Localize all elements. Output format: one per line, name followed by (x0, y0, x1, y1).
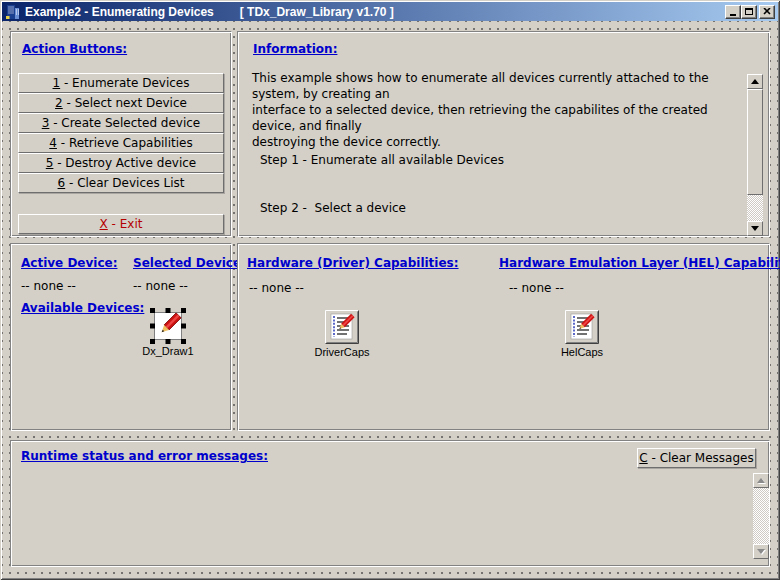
selected-device-value: -- none -- (133, 279, 188, 293)
scroll-up-button-disabled (753, 473, 769, 488)
maximize-icon (745, 8, 753, 15)
accel-key: 4 (49, 136, 57, 150)
scroll-down-button-disabled (753, 544, 769, 559)
select-next-device-button[interactable]: 2 - Select next Device (18, 93, 224, 113)
button-label: - Destroy Active device (53, 156, 196, 170)
app-window: Example2 - Enumerating Devices [ TDx_Dra… (0, 0, 780, 580)
destroy-active-device-button[interactable]: 5 - Destroy Active device (18, 153, 224, 173)
minimize-icon (730, 14, 736, 16)
accel-key: 3 (42, 116, 50, 130)
title-bar[interactable]: Example2 - Enumerating Devices [ TDx_Dra… (2, 2, 778, 21)
scroll-down-button[interactable] (747, 221, 763, 236)
button-label: - Select next Device (63, 96, 187, 110)
runtime-scrollbar (753, 473, 769, 559)
accel-key: 6 (58, 176, 66, 190)
runtime-messages-panel: Runtime status and error messages: C - C… (10, 440, 770, 567)
active-device-value: -- none -- (21, 279, 76, 293)
window-subtitle: [ TDx_Draw_Library v1.70 ] (240, 5, 394, 19)
list-pencil-icon (565, 310, 599, 344)
hel-caps-caption: HelCaps (525, 346, 639, 358)
exit-button[interactable]: X - Exit (18, 214, 224, 234)
selected-device-label: Selected Device: (133, 256, 246, 270)
runtime-messages-area[interactable] (17, 471, 749, 563)
scroll-up-button[interactable] (747, 74, 763, 89)
close-button[interactable] (759, 5, 775, 19)
minimize-button[interactable] (725, 5, 741, 19)
action-buttons-panel: Action Buttons: 1 - Enumerate Devices 2 … (10, 31, 232, 237)
close-icon (763, 8, 771, 15)
available-devices-label: Available Devices: (21, 301, 144, 315)
arrow-up-icon (751, 79, 759, 84)
clear-messages-button[interactable]: C - Clear Messages (637, 448, 756, 468)
window-title: Example2 - Enumerating Devices (25, 5, 214, 19)
active-device-label: Active Device: (21, 256, 117, 270)
app-building-icon[interactable] (5, 4, 21, 20)
component-caption: Dx_Draw1 (138, 345, 198, 357)
step-line: Step 2 - Select a device (260, 200, 769, 216)
information-scrollbar[interactable] (747, 74, 763, 236)
arrow-down-icon (757, 549, 765, 554)
retrieve-capabilities-button[interactable]: 4 - Retrieve Capabilities (18, 133, 224, 153)
button-label: - Create Selected device (49, 116, 200, 130)
maximize-button[interactable] (741, 5, 757, 19)
driver-caps-caption: DriverCaps (285, 346, 399, 358)
driver-caps-component[interactable] (325, 310, 359, 348)
clear-devices-list-button[interactable]: 6 - Clear Devices List (18, 173, 224, 193)
hel-caps-label: Hardware Emulation Layer (HEL) Capabilit… (499, 256, 780, 270)
dx-draw-component[interactable] (150, 308, 186, 348)
button-label: - Clear Messages (648, 451, 754, 465)
step-line: Step 1 - Enumerate all available Devices (260, 152, 769, 168)
pencil-component-icon (150, 308, 186, 344)
create-selected-device-button[interactable]: 3 - Create Selected device (18, 113, 224, 133)
driver-caps-label: Hardware (Driver) Capabilities: (247, 256, 459, 270)
button-label: - Enumerate Devices (60, 76, 189, 90)
hel-caps-component[interactable] (565, 310, 599, 348)
devices-panel: Active Device: Selected Device: -- none … (10, 243, 232, 431)
information-heading: Information: (253, 42, 337, 56)
accel-key: C (639, 451, 647, 465)
button-label: - Exit (108, 217, 143, 231)
enumerate-devices-button[interactable]: 1 - Enumerate Devices (18, 73, 224, 93)
list-pencil-icon (325, 310, 359, 344)
button-label: - Retrieve Capabilities (57, 136, 193, 150)
hel-caps-value: -- none -- (509, 281, 564, 295)
arrow-down-icon (751, 226, 759, 231)
scrollbar-thumb[interactable] (747, 89, 763, 195)
accel-key: 2 (55, 96, 63, 110)
arrow-up-icon (757, 478, 765, 483)
accel-key: X (100, 217, 108, 231)
button-label: - Clear Devices List (65, 176, 184, 190)
information-panel: Information: This example shows how to e… (237, 31, 770, 237)
accel-key: 5 (46, 156, 54, 170)
runtime-messages-heading: Runtime status and error messages: (21, 449, 268, 463)
action-buttons-heading: Action Buttons: (22, 42, 127, 56)
driver-caps-value: -- none -- (249, 281, 304, 295)
accel-key: 1 (53, 76, 61, 90)
capabilities-panel: Hardware (Driver) Capabilities: -- none … (237, 243, 770, 431)
form-design-grid: Action Buttons: 1 - Enumerate Devices 2 … (2, 21, 778, 578)
window-controls (725, 5, 775, 19)
